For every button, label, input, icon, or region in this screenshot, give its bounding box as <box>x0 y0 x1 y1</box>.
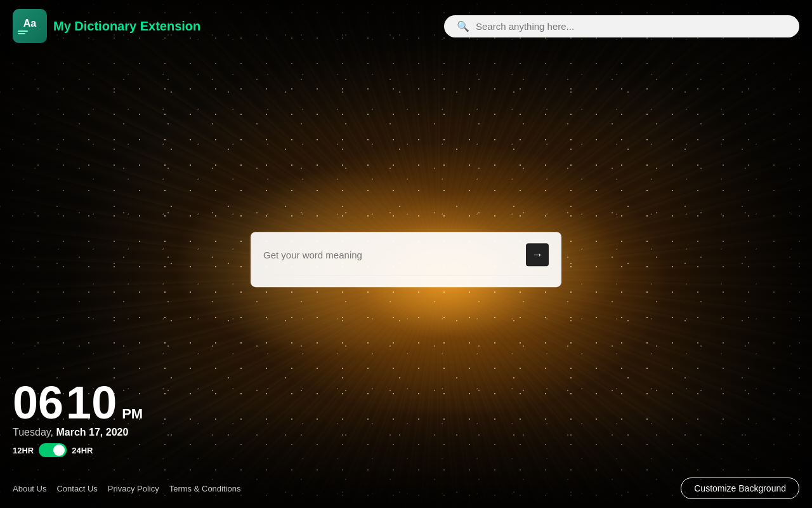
time-format-toggle[interactable]: 12HR 24HR <box>13 443 143 457</box>
toggle-knob <box>53 444 65 456</box>
clock-date: Tuesday, March 17, 2020 <box>13 427 143 438</box>
logo-lines <box>18 30 28 34</box>
logo-line-2 <box>18 33 25 34</box>
right-gradient <box>653 0 812 508</box>
toggle-switch[interactable] <box>39 443 67 457</box>
clock-ampm: PM <box>122 406 143 422</box>
footer-link-privacy[interactable]: Privacy Policy <box>108 484 159 493</box>
footer-link-contact[interactable]: Contact Us <box>56 484 97 493</box>
header: Aa My Dictionary Extension 🔍 <box>0 0 812 52</box>
footer-link-about[interactable]: About Us <box>13 484 46 493</box>
clock-day: Tuesday, <box>13 427 53 438</box>
logo-text: My Dictionary Extension <box>53 19 200 34</box>
bottom-bar: About Us Contact Us Privacy Policy Terms… <box>0 470 812 508</box>
clock-time: 06 10 PM <box>13 380 143 425</box>
toggle-12hr-label: 12HR <box>13 446 34 455</box>
clock-bold-date: March 17, 2020 <box>56 427 128 438</box>
footer-links: About Us Contact Us Privacy Policy Terms… <box>13 484 240 493</box>
logo-area: Aa My Dictionary Extension <box>13 9 200 43</box>
word-submit-button[interactable]: → <box>526 243 549 266</box>
customize-background-button[interactable]: Customize Background <box>681 478 799 499</box>
search-input[interactable] <box>476 21 787 32</box>
footer-link-terms[interactable]: Terms & Conditions <box>169 484 241 493</box>
global-search-bar[interactable]: 🔍 <box>444 15 799 37</box>
logo-line-1 <box>18 30 28 32</box>
word-input-row: → <box>263 243 549 276</box>
app-title: My Dictionary Extension <box>53 19 200 34</box>
app-icon: Aa <box>13 9 47 43</box>
word-meaning-input[interactable] <box>263 250 526 260</box>
word-search-box: → <box>251 232 561 287</box>
toggle-24hr-label: 24HR <box>72 446 93 455</box>
clock-area: 06 10 PM Tuesday, March 17, 2020 12HR 24… <box>13 380 143 457</box>
search-icon: 🔍 <box>457 20 469 32</box>
logo-letters: Aa <box>23 18 36 29</box>
clock-minutes: 10 <box>66 380 117 425</box>
clock-hours: 06 <box>13 380 63 425</box>
